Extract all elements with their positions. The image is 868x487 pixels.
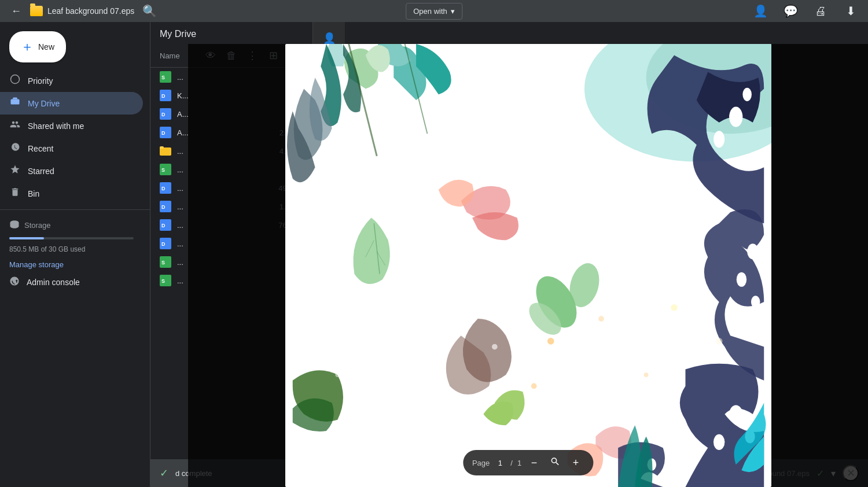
file-area-header: My Drive xyxy=(150,22,312,44)
sheet-icon: S xyxy=(160,164,171,175)
preview-wrapper: Page 1 / 1 − + xyxy=(285,44,771,487)
svg-text:D: D xyxy=(161,130,165,136)
search-button[interactable]: 🔍 xyxy=(139,1,160,21)
sidebar-label-my-drive: My Drive xyxy=(28,99,60,108)
page-input[interactable]: 1 xyxy=(494,459,506,467)
rp-account-icon: 👤 xyxy=(323,32,336,45)
svg-point-43 xyxy=(713,434,724,450)
check-icon: ✓ xyxy=(160,467,168,479)
zoom-reset-icon xyxy=(550,456,560,470)
sheet-icon: S xyxy=(160,256,171,268)
storage-icon xyxy=(9,219,20,231)
storage-label: Storage xyxy=(24,221,51,230)
svg-point-55 xyxy=(491,344,497,350)
sidebar-divider xyxy=(0,209,150,210)
svg-text:S: S xyxy=(161,278,165,284)
doc-icon: D xyxy=(160,127,171,138)
svg-point-34 xyxy=(747,244,758,259)
zoom-out-button[interactable]: − xyxy=(526,455,542,471)
sidebar-label-starred: Starred xyxy=(28,167,54,176)
folder-icon xyxy=(30,6,43,16)
doc-icon: D xyxy=(160,219,171,231)
open-with-label: Open with xyxy=(413,7,447,16)
svg-point-36 xyxy=(751,296,760,308)
svg-text:S: S xyxy=(161,260,165,265)
back-arrow-icon: ← xyxy=(11,5,21,17)
svg-point-33 xyxy=(742,88,752,101)
svg-text:D: D xyxy=(161,223,165,228)
svg-text:S: S xyxy=(161,75,165,80)
sidebar-item-shared-with-me[interactable]: Shared with me xyxy=(0,115,143,137)
svg-point-42 xyxy=(729,405,742,423)
page-label: Page xyxy=(472,459,490,467)
svg-point-56 xyxy=(335,372,340,377)
recent-icon xyxy=(9,142,21,155)
download-icon: ⬇ xyxy=(846,4,856,18)
top-bar-right: 👤 💬 🖨 ⬇ xyxy=(750,1,861,21)
storage-row: Storage xyxy=(9,219,51,231)
sidebar-label-bin: Bin xyxy=(28,189,39,198)
svg-text:D: D xyxy=(161,93,165,99)
svg-text:D: D xyxy=(161,186,165,191)
svg-point-46 xyxy=(547,338,554,345)
my-drive-icon xyxy=(9,97,21,110)
page-separator: / xyxy=(510,459,513,467)
svg-point-51 xyxy=(715,338,722,345)
priority-icon xyxy=(9,74,21,87)
bin-icon xyxy=(9,187,21,200)
sheet-icon: S xyxy=(160,275,171,286)
svg-text:D: D xyxy=(161,241,165,247)
account-button[interactable]: 👤 xyxy=(750,1,771,21)
storage-bar-fill xyxy=(9,237,44,239)
top-bar-left: ← Leaf background 07.eps 🔍 xyxy=(7,1,160,21)
sheet-icon: S xyxy=(160,71,171,83)
sidebar-item-starred[interactable]: Starred xyxy=(0,160,143,182)
sidebar-item-my-drive[interactable]: My Drive xyxy=(0,92,143,115)
comment-button[interactable]: 💬 xyxy=(780,1,801,21)
svg-point-48 xyxy=(671,304,678,311)
svg-point-49 xyxy=(531,383,536,389)
admin-label: Admin console xyxy=(27,278,80,287)
back-button[interactable]: ← xyxy=(7,2,25,20)
download-button[interactable]: ⬇ xyxy=(840,1,861,21)
sidebar: ＋ New Priority My Drive Shared with me xyxy=(0,22,150,487)
storage-usage: 850.5 MB of 30 GB used xyxy=(9,245,85,253)
file-title: Leaf background 07.eps xyxy=(47,6,134,16)
open-with-arrow-icon: ▾ xyxy=(451,7,455,16)
sidebar-item-admin-console[interactable]: Admin console xyxy=(0,271,150,293)
doc-icon: D xyxy=(160,238,171,249)
new-button[interactable]: ＋ New xyxy=(9,31,66,62)
doc-icon: D xyxy=(160,90,171,101)
svg-point-0 xyxy=(11,75,20,84)
zoom-reset-button[interactable] xyxy=(547,455,563,471)
comment-icon: 💬 xyxy=(784,4,798,18)
zoom-in-button[interactable]: + xyxy=(568,455,584,471)
sidebar-item-recent[interactable]: Recent xyxy=(0,137,143,160)
sidebar-item-priority[interactable]: Priority xyxy=(0,69,143,92)
svg-point-32 xyxy=(713,131,724,147)
folder-colorful-icon xyxy=(160,145,171,157)
print-button[interactable]: 🖨 xyxy=(810,1,831,21)
doc-icon: D xyxy=(160,201,171,212)
shared-with-me-icon xyxy=(9,119,21,132)
sidebar-label-priority: Priority xyxy=(28,76,53,86)
file-area-title: My Drive xyxy=(160,29,196,39)
manage-storage-link[interactable]: Manage storage xyxy=(0,258,150,271)
search-icon: 🔍 xyxy=(142,4,157,18)
starred-icon xyxy=(9,164,21,178)
sidebar-item-storage[interactable]: Storage 850.5 MB of 30 GB used xyxy=(0,215,143,258)
svg-text:D: D xyxy=(161,112,165,117)
new-button-label: New xyxy=(38,42,54,51)
preview-container: Page 1 / 1 − + xyxy=(285,44,771,487)
page-total: 1 xyxy=(517,459,521,467)
doc-icon: D xyxy=(160,182,171,194)
svg-point-50 xyxy=(643,372,648,377)
admin-icon xyxy=(9,276,20,288)
svg-point-47 xyxy=(598,316,604,322)
sidebar-item-bin[interactable]: Bin xyxy=(0,182,143,205)
main-content: ＋ New Priority My Drive Shared with me xyxy=(0,22,868,487)
top-bar: ← Leaf background 07.eps 🔍 Open with ▾ 👤… xyxy=(0,0,868,22)
svg-text:S: S xyxy=(161,167,165,173)
leaf-illustration xyxy=(285,44,771,487)
open-with-button[interactable]: Open with ▾ xyxy=(406,3,462,20)
